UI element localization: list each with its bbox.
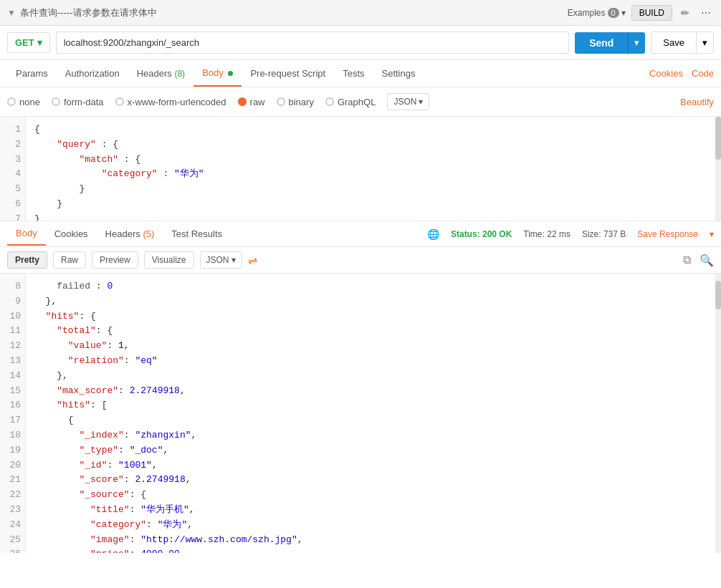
request-code-content[interactable]: { "query" : { "match" : { "category" : "… [26,117,721,221]
radio-binary [277,97,285,106]
wrap-lines-icon[interactable]: ⇌ [248,254,257,267]
more-icon[interactable]: ⋯ [698,6,714,20]
request-tabs-bar: Params Authorization Headers (8) Body Pr… [0,60,721,87]
examples-label: Examples [568,8,606,18]
edit-icon[interactable]: ✏ [678,6,692,20]
response-body-area: 8 9 10 11 12 13 14 15 16 17 18 19 20 21 … [0,274,721,553]
format-preview-button[interactable]: Preview [92,251,138,269]
format-pretty-button[interactable]: Pretty [7,251,47,269]
response-headers-count: (5) [143,228,154,239]
tab-headers[interactable]: Headers (8) [128,61,194,86]
tabs-right: Cookies Code [649,68,714,79]
send-button-group: Send ▾ [575,32,645,54]
response-tab-test-results[interactable]: Test Results [163,223,231,245]
response-scrollbar[interactable] [715,274,721,553]
cookies-link[interactable]: Cookies [649,68,683,79]
page-title: 条件查询-----请求参数在请求体中 [20,6,157,19]
request-editor-scrollbar[interactable] [715,117,721,221]
json-format-select[interactable]: JSON ▾ [387,93,429,110]
radio-none [7,97,16,106]
tab-prerequest[interactable]: Pre-request Script [242,61,334,86]
save-response-chevron-icon[interactable]: ▾ [710,229,714,239]
format-right: ⧉ 🔍 [683,254,714,267]
copy-icon[interactable]: ⧉ [683,254,691,267]
body-options-right: Beautify [680,97,714,107]
option-raw[interactable]: raw [238,97,265,107]
option-urlencoded[interactable]: x-www-form-urlencoded [115,97,226,107]
response-code-content[interactable]: failed : 0 }, "hits": { "total": { "valu… [26,274,721,553]
response-tabs-bar: Body Cookies Headers (5) Test Results 🌐 … [0,221,721,247]
build-button[interactable]: BUILD [631,5,672,21]
save-button-group: Save ▾ [651,32,714,54]
save-response-button[interactable]: Save Response [637,229,698,239]
format-raw-button[interactable]: Raw [53,251,86,269]
tab-params[interactable]: Params [7,61,57,86]
method-select[interactable]: GET ▾ [7,32,50,53]
radio-urlencoded [115,97,124,106]
response-json-chevron-icon: ▾ [231,255,236,265]
top-bar-left: ▼ 条件查询-----请求参数在请求体中 [7,6,157,19]
response-format-bar: Pretty Raw Preview Visualize JSON ▾ ⇌ ⧉ … [0,247,721,274]
save-dropdown-button[interactable]: ▾ [697,32,714,54]
top-bar: ▼ 条件查询-----请求参数在请求体中 Examples 0 ▾ BUILD … [0,0,721,26]
examples-chevron-icon: ▾ [621,8,626,18]
tab-body[interactable]: Body [194,60,242,87]
top-bar-right: Examples 0 ▾ BUILD ✏ ⋯ [568,5,714,21]
search-icon[interactable]: 🔍 [699,254,714,267]
url-input[interactable] [56,32,569,54]
tab-tests[interactable]: Tests [334,61,373,86]
format-visualize-button[interactable]: Visualize [144,251,194,269]
response-time: Time: 22 ms [523,229,570,239]
send-dropdown-button[interactable]: ▾ [628,32,645,54]
option-none[interactable]: none [7,97,40,107]
headers-badge: (8) [174,69,185,79]
radio-form-data [52,97,60,106]
option-binary[interactable]: binary [277,97,314,107]
response-tab-body[interactable]: Body [7,222,46,246]
response-tab-cookies[interactable]: Cookies [46,223,97,245]
response-tab-headers[interactable]: Headers (5) [97,223,163,245]
option-graphql[interactable]: GraphQL [325,97,376,107]
request-bar: GET ▾ Send ▾ Save ▾ [0,26,721,60]
body-options-bar: none form-data x-www-form-urlencoded raw… [0,87,721,117]
body-active-dot [228,71,233,76]
response-scrollbar-thumb [715,281,721,309]
globe-icon: 🌐 [427,228,439,240]
option-form-data[interactable]: form-data [52,97,104,107]
request-line-numbers: 1 2 3 4 5 6 7 [0,117,26,221]
back-arrow-icon: ▼ [7,8,16,18]
save-button[interactable]: Save [651,32,697,54]
response-line-numbers: 8 9 10 11 12 13 14 15 16 17 18 19 20 21 … [0,274,26,553]
examples-count: 0 [608,8,619,18]
response-status-area: 🌐 Status: 200 OK Time: 22 ms Size: 737 B… [427,228,714,240]
examples-button[interactable]: Examples 0 ▾ [568,8,626,18]
radio-raw [238,97,247,106]
beautify-button[interactable]: Beautify [680,97,714,107]
json-chevron-icon: ▾ [419,97,423,107]
response-json-select[interactable]: JSON ▾ [200,251,242,269]
status-ok: Status: 200 OK [451,229,512,239]
tab-settings[interactable]: Settings [373,61,424,86]
request-code-editor: 1 2 3 4 5 6 7 { "query" : { "match" : { … [0,117,721,221]
request-scrollbar-thumb [715,117,721,160]
code-link[interactable]: Code [692,68,714,79]
method-label: GET [15,37,34,48]
response-size: Size: 737 B [582,229,626,239]
send-button[interactable]: Send [575,32,628,54]
method-chevron-icon: ▾ [37,37,42,48]
tab-authorization[interactable]: Authorization [57,61,128,86]
radio-graphql [325,97,334,106]
